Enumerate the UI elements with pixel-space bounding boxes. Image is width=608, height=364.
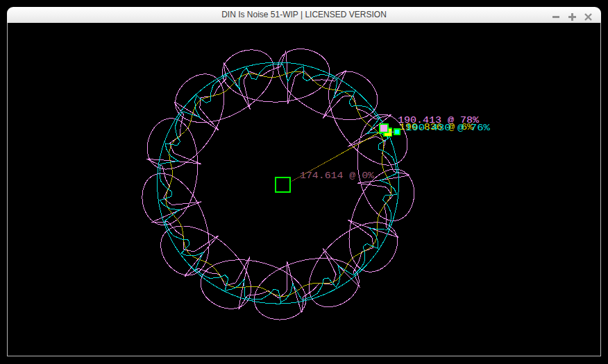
svg-text:190.430 @ 76%: 190.430 @ 76% <box>405 123 491 133</box>
svg-text:174.614 @ 0%: 174.614 @ 0% <box>300 171 375 181</box>
